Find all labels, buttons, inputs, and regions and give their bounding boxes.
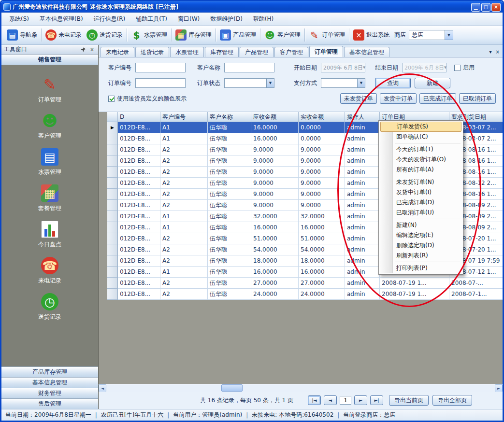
row-selector[interactable] [107,289,118,300]
tab-inventory[interactable]: 库存管理 [205,47,239,57]
toolbar-order-button[interactable]: ✎订单管理 [306,28,347,42]
tab-delivery-record[interactable]: 送货记录 [135,47,169,57]
toolbar-incoming-call-button[interactable]: ☎来电记录 [43,28,84,42]
toolbar-exit-button[interactable]: ×退出系统 [351,28,392,42]
menu-item-aux-tools[interactable]: 辅助工具(T) [131,13,172,25]
toolbar-inventory-button[interactable]: ▦库存管理 [173,28,214,42]
sidebar-item-order-manage[interactable]: ✎订单管理 [1,72,98,108]
row-selector[interactable] [107,233,118,244]
toolbar-delivery-record-button[interactable]: ◷送货记录 [84,28,125,42]
row-selector[interactable] [107,167,118,178]
sidebar-item-today-check[interactable]: 今日盘点 [1,217,98,253]
menu-item-help[interactable]: 帮助(H) [248,13,278,25]
row-selector[interactable] [107,244,118,255]
customer-name-input[interactable] [224,63,274,72]
column-header-5[interactable]: 操作人 [345,112,380,122]
export-current-page-button[interactable]: 导出当前页 [389,395,429,406]
row-selector[interactable] [107,200,118,211]
toolbar-product-button[interactable]: ▣产品管理 [217,28,259,42]
row-selector[interactable] [107,222,118,233]
sidebar-item-incoming-call[interactable]: ☎来电记录 [1,253,98,289]
sidebar-group-1[interactable]: 基本信息管理 [1,377,98,388]
menu-item-system[interactable]: 系统(S) [4,13,34,25]
toolbar-water-ticket-button[interactable]: $水票管理 [129,28,170,42]
horizontal-scrollbar[interactable]: ◄ ► [99,384,503,392]
sidebar-group-0[interactable]: 产品库存管理 [1,366,98,377]
prev-page-button[interactable]: ◄ [324,395,337,405]
row-selector[interactable] [107,133,118,144]
store-combo[interactable]: 总店 ▼ [409,30,453,40]
status-filter-button-2[interactable]: 已完成订单 [419,93,456,104]
first-page-button[interactable]: |◄ [308,395,321,405]
end-date-picker[interactable]: 2009年 6月 8日 ▼ [402,63,446,72]
context-menu-item[interactable]: 发货中订单(I) [380,187,462,197]
tab-incoming-call[interactable]: 来电记录 [101,47,134,57]
chevron-down-icon[interactable]: ▼ [363,66,367,70]
export-all-pages-button[interactable]: 导出全部页 [432,395,472,406]
last-page-button[interactable]: ►| [370,395,383,405]
table-row[interactable]: 012D-E8...A2伍华聪24.000024.0000admin2008-0… [107,289,503,300]
start-date-picker[interactable]: 2009年 6月 8日 ▼ [321,63,365,72]
table-row[interactable]: 012D-E8...A2伍华聪27.000027.0000admin2008-0… [107,278,503,289]
row-selector[interactable] [107,144,118,155]
tab-close-icon[interactable]: × [496,49,500,55]
query-button[interactable]: 查询 [375,78,411,88]
chevron-down-icon[interactable]: ▼ [357,79,365,87]
column-header-0[interactable]: D [118,112,160,122]
close-button[interactable]: × [491,3,501,12]
context-menu-item[interactable]: 今天的发货订单(O) [380,155,462,165]
menu-item-run-info[interactable]: 运行信息(R) [89,13,130,25]
pay-method-select[interactable]: ▼ [321,78,365,88]
context-menu-item[interactable]: 编辑选定项(E) [380,230,462,240]
toolbar-navigator-button[interactable]: ▤导航条 [4,28,40,42]
menu-item-base-info[interactable]: 基本信息管理(B) [35,13,88,25]
status-filter-button-0[interactable]: 未发货订单 [340,93,377,104]
context-menu-item[interactable]: 已取消订单(U) [380,208,462,218]
chevron-down-icon[interactable]: ▼ [444,66,448,70]
tab-product[interactable]: 产品管理 [240,47,274,57]
context-menu-item[interactable]: 已完成订单(D) [380,197,462,208]
menu-item-data-maintain[interactable]: 数据维护(D) [205,13,247,25]
sidebar-group-3[interactable]: 售后管理 [1,398,98,409]
chevron-down-icon[interactable]: ▼ [266,79,274,87]
minimize-button[interactable]: ▁ [471,3,480,12]
status-filter-button-3[interactable]: 已取消订单 [459,93,496,104]
sidebar-item-water-ticket-manage[interactable]: ▤水票管理 [1,144,98,181]
row-selector[interactable] [107,255,118,267]
sidebar-item-customer-manage[interactable]: ☻客户管理 [1,108,98,144]
context-menu-item[interactable]: 打印列表(P) [380,263,462,273]
menu-item-window[interactable]: 窗口(W) [173,13,204,25]
toolbar-customer-button[interactable]: ☻客户管理 [262,28,303,42]
column-header-4[interactable]: 实收金额 [299,112,345,122]
enable-date-checkbox[interactable] [454,65,461,71]
scroll-left-icon[interactable]: ◄ [99,384,106,392]
chevron-down-icon[interactable]: ▼ [445,30,453,40]
sidebar-group-2[interactable]: 财务管理 [1,388,98,398]
scrollbar-track[interactable] [106,384,495,392]
row-selector[interactable] [107,155,118,167]
tab-base-info[interactable]: 基本信息管理 [344,47,389,57]
color-display-checkbox[interactable] [108,96,115,102]
tab-order[interactable]: 订单管理 [309,46,343,57]
scrollbar-thumb[interactable] [221,384,243,392]
order-status-select[interactable]: ▼ [224,78,274,88]
new-button[interactable]: 新建 [415,78,450,88]
customer-no-input[interactable] [135,63,186,72]
sidebar-group-sales[interactable]: 销售管理 [1,55,98,65]
tab-customer[interactable]: 客户管理 [274,47,308,57]
row-selector[interactable] [107,178,118,189]
row-selector[interactable] [107,278,118,289]
tab-scroll-icon[interactable]: ▾ [490,49,492,55]
status-filter-button-1[interactable]: 发货中订单 [380,93,417,104]
tab-water-ticket[interactable]: 水票管理 [170,47,204,57]
context-menu-item[interactable]: 今天的订单(T) [380,144,462,155]
row-selector[interactable] [107,189,118,200]
context-menu-item[interactable]: 回单确认(C) [380,132,462,142]
context-menu-item[interactable]: 订单发货(S) [380,122,461,132]
close-icon[interactable]: × [88,46,96,53]
context-menu-item[interactable]: 刷新列表(R) [380,251,462,261]
next-page-button[interactable]: ► [354,395,367,405]
context-menu-item[interactable]: 删除选定项(D) [380,240,462,251]
pin-icon[interactable] [79,46,86,53]
column-header-3[interactable]: 应收金额 [251,112,299,122]
